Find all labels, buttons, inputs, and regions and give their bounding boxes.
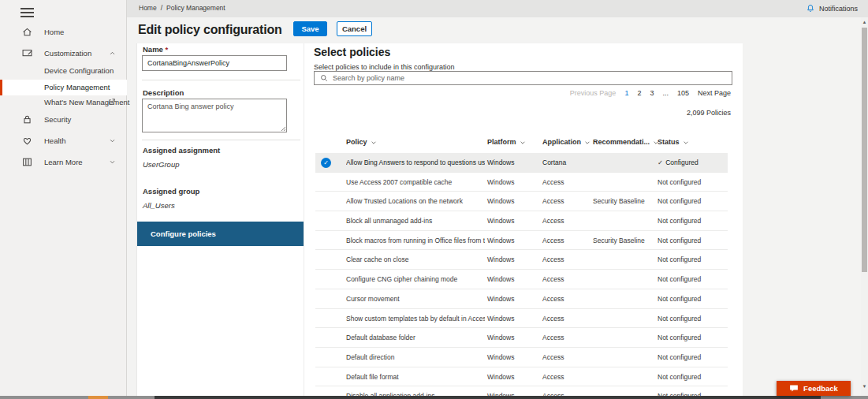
cell-status: Not configured	[658, 270, 701, 289]
notifications-button[interactable]: Notifications	[806, 3, 858, 13]
column-header-application[interactable]: Application	[542, 138, 590, 146]
page-title: Edit policy configuration	[138, 23, 282, 37]
textarea-resize-handle[interactable]	[281, 126, 286, 132]
cell-policy: Use Access 2007 compatible cache	[346, 173, 485, 192]
cell-status: Not configured	[658, 211, 701, 231]
breadcrumb: Home / Policy Management	[139, 4, 225, 12]
cell-application: Access	[542, 348, 564, 367]
cancel-button[interactable]: Cancel	[337, 21, 372, 36]
chevron-down-icon	[108, 136, 117, 145]
topbar: Home / Policy Management Notifications	[127, 0, 868, 17]
cell-status: Not configured	[658, 250, 701, 270]
cell-application: Access	[542, 367, 564, 387]
feedback-button[interactable]: Feedback	[777, 381, 851, 396]
external-link-icon	[107, 97, 117, 106]
save-button[interactable]: Save	[293, 21, 327, 36]
cell-platform: Windows	[487, 386, 514, 396]
sidebar-item-label: Learn More	[44, 158, 83, 166]
column-header-policy[interactable]: Policy	[346, 138, 377, 146]
previous-page-button[interactable]: Previous Page	[570, 89, 617, 97]
scrollbar-thumb[interactable]	[862, 28, 867, 272]
page-number-2[interactable]: 2	[637, 89, 641, 97]
page-number-3[interactable]: 3	[650, 89, 654, 97]
notifications-label: Notifications	[819, 5, 858, 13]
policy-row[interactable]: Allow Trusted Locations on the networkWi…	[315, 192, 728, 211]
selected-check-icon[interactable]: ✓	[321, 158, 331, 168]
select-policies-title: Select policies	[314, 46, 390, 58]
scroll-down-arrow-icon[interactable]: ▼	[861, 383, 868, 390]
column-header-recommendation[interactable]: Recommendati...	[593, 138, 659, 146]
breadcrumb-current[interactable]: Policy Management	[166, 4, 225, 12]
breadcrumb-separator: /	[161, 4, 162, 12]
sidebar-item-label: Security	[44, 115, 71, 124]
chevron-down-icon	[108, 158, 117, 166]
page-number-1[interactable]: 1	[624, 89, 628, 97]
table-body: ✓Allow Bing Answers to respond to questi…	[315, 153, 728, 396]
cell-status: Not configured	[658, 348, 701, 367]
sidebar-item-label: Health	[44, 136, 65, 145]
sidebar-item-security[interactable]: Security	[0, 112, 127, 128]
policy-row[interactable]: ✓Allow Bing Answers to respond to questi…	[315, 153, 728, 173]
description-label: Description	[143, 88, 184, 97]
column-header-platform[interactable]: Platform	[487, 138, 526, 146]
cell-application: Access	[542, 192, 564, 211]
policy-row[interactable]: Show custom templates tab by default in …	[315, 309, 728, 329]
policy-row[interactable]: Use Access 2007 compatible cacheWindowsA…	[315, 173, 728, 192]
divider	[142, 80, 300, 80]
configure-policies-button[interactable]: Configure policies	[137, 222, 304, 246]
next-page-button[interactable]: Next Page	[698, 89, 731, 97]
sort-chevron-icon	[584, 139, 590, 146]
policy-form-panel: Name * Description Cortana Bing answer p…	[136, 43, 304, 396]
scroll-up-arrow-icon[interactable]: ▲	[861, 19, 868, 26]
chevron-up-icon	[108, 49, 117, 58]
policy-count: 2,099 Policies	[687, 109, 731, 117]
sidebar-item-device-configuration[interactable]: Device Configuration	[0, 63, 127, 79]
cell-recommendation: Security Baseline	[593, 231, 645, 251]
search-input[interactable]	[329, 74, 732, 82]
sidebar-item-customization[interactable]: Customization	[0, 46, 127, 62]
policy-search-box	[314, 71, 732, 85]
cell-platform: Windows	[487, 367, 514, 387]
menu-icon[interactable]	[20, 8, 34, 17]
book-icon	[21, 156, 33, 168]
policy-row[interactable]: Default file formatWindowsAccessNot conf…	[315, 367, 728, 387]
sidebar-item-learn-more[interactable]: Learn More	[0, 155, 127, 170]
sidebar-item-home[interactable]: Home	[0, 24, 127, 40]
assigned-assignment-value: UserGroup	[143, 160, 179, 169]
description-field[interactable]: Cortana Bing answer policy	[142, 99, 287, 132]
sidebar-item-health[interactable]: Health	[0, 133, 127, 149]
cell-status: Not configured	[658, 367, 701, 387]
vertical-scrollbar[interactable]: ▲ ▼	[861, 17, 868, 396]
policy-row[interactable]: Block all unmanaged add-insWindowsAccess…	[315, 211, 728, 231]
policy-row[interactable]: Default database folderWindowsAccessNot …	[315, 328, 728, 348]
sidebar-item-label: What's New Management	[44, 98, 129, 106]
cell-application: Access	[542, 250, 564, 270]
status-text: Configured	[665, 158, 698, 166]
cell-application: Access	[542, 289, 564, 309]
cell-platform: Windows	[487, 328, 514, 348]
breadcrumb-home[interactable]: Home	[139, 4, 157, 12]
cell-status: Not configured	[658, 328, 701, 348]
horizontal-scrollbar[interactable]	[0, 396, 868, 399]
policy-row[interactable]: Disable all application add-insWindowsAc…	[315, 386, 728, 396]
policy-row[interactable]: Configure CNG cipher chaining modeWindow…	[315, 270, 728, 289]
cell-policy: Default direction	[346, 348, 485, 367]
cell-platform: Windows	[487, 270, 514, 289]
cell-platform: Windows	[487, 309, 514, 329]
page-number-105[interactable]: 105	[677, 89, 689, 97]
cell-status: Not configured	[658, 173, 701, 192]
name-field[interactable]	[142, 55, 287, 71]
sidebar-item-what-s-new-management[interactable]: What's New Management	[0, 95, 127, 110]
sidebar-item-policy-management[interactable]: Policy Management	[0, 80, 127, 95]
cell-policy: Disable all application add-ins	[346, 386, 485, 396]
cell-policy: Allow Trusted Locations on the network	[346, 192, 485, 211]
assigned-group-value: All_Users	[143, 201, 175, 210]
cell-platform: Windows	[487, 348, 514, 367]
policy-row[interactable]: Cursor movementWindowsAccessNot configur…	[315, 289, 728, 309]
horizontal-scrollbar-thumb[interactable]	[155, 396, 821, 399]
policy-row[interactable]: Default directionWindowsAccessNot config…	[315, 348, 728, 367]
policy-row[interactable]: Clear cache on closeWindowsAccessNot con…	[315, 250, 728, 270]
cell-application: Access	[542, 309, 564, 329]
policy-row[interactable]: Block macros from running in Office file…	[315, 231, 728, 251]
column-header-status[interactable]: Status	[658, 138, 689, 146]
